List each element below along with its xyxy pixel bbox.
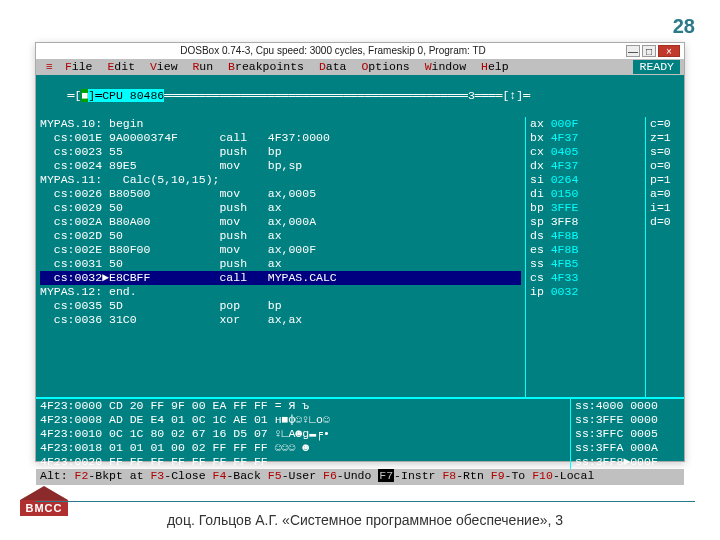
- code-line[interactable]: MYPAS.11: Calc(5,10,15);: [40, 173, 521, 187]
- flag-d[interactable]: d=0: [650, 215, 680, 229]
- window-titlebar: DOSBox 0.74-3, Cpu speed: 3000 cycles, F…: [36, 43, 684, 59]
- flag-i[interactable]: i=1: [650, 201, 680, 215]
- titlebar-text: DOSBox 0.74-3, Cpu speed: 3000 cycles, F…: [40, 44, 626, 58]
- footer-rule: [35, 501, 695, 502]
- stack-line[interactable]: ss:3FFE 0000: [575, 413, 680, 427]
- code-line[interactable]: MYPAS.12: end.: [40, 285, 521, 299]
- reg-si[interactable]: si 0264: [530, 173, 641, 187]
- stack-line[interactable]: ss:3FFA 000A: [575, 441, 680, 455]
- dump-line[interactable]: 4F23:0010 0C 1C 80 02 67 16 D5 07 ♀∟А☻g▬…: [40, 427, 570, 441]
- code-line[interactable]: MYPAS.10: begin: [40, 117, 521, 131]
- page-number: 28: [673, 15, 695, 38]
- menu-dit[interactable]: Edit: [103, 60, 146, 73]
- window-number: 3════: [468, 89, 503, 102]
- reg-dx[interactable]: dx 4F37: [530, 159, 641, 173]
- cpu-panel-header: ═[■]═CPU 80486══════════════════════════…: [36, 75, 684, 117]
- reg-cx[interactable]: cx 0405: [530, 145, 641, 159]
- code-pane[interactable]: MYPAS.10: begin cs:001E 9A0000374F call …: [36, 117, 526, 397]
- footer-text: доц. Гольцов А.Г. «Системное программное…: [35, 512, 695, 528]
- register-pane[interactable]: ax 000Fbx 4F37cx 0405dx 4F37si 0264di 01…: [526, 117, 646, 397]
- menubar: ≡ File Edit View Run Breakpoints Data Op…: [36, 59, 684, 75]
- flag-s[interactable]: s=0: [650, 145, 680, 159]
- statusbar: Alt: F2-Bkpt at F3-Close F4-Back F5-User…: [36, 469, 684, 485]
- frame-fill: ════════════════════════════════════════…: [164, 89, 468, 102]
- footer: доц. Гольцов А.Г. «Системное программное…: [35, 501, 695, 528]
- stack-view[interactable]: ss:4000 0000ss:3FFE 0000ss:3FFC 0005ss:3…: [570, 399, 680, 469]
- code-line[interactable]: cs:0036 31C0 xor ax,ax: [40, 313, 521, 327]
- menu-indow[interactable]: Window: [421, 60, 477, 73]
- stack-line[interactable]: ss:4000 0000: [575, 399, 680, 413]
- dump-line[interactable]: 4F23:0018 01 01 01 00 02 FF FF FF ☺☺☺ ☻: [40, 441, 570, 455]
- close-button[interactable]: ×: [658, 45, 680, 57]
- memory-dump[interactable]: 4F23:0000 CD 20 FF 9F 00 EA FF FF = Я ъ4…: [40, 399, 570, 469]
- reg-ds[interactable]: ds 4F8B: [530, 229, 641, 243]
- menu-iew[interactable]: View: [146, 60, 189, 73]
- dump-line[interactable]: 4F23:0008 AD DE E4 01 0C 1C AE 01 н■ф☺♀∟…: [40, 413, 570, 427]
- dump-line[interactable]: 4F23:0020 FF FF FF FF FF FF FF FF: [40, 455, 570, 469]
- code-line[interactable]: cs:0029 50 push ax: [40, 201, 521, 215]
- reg-sp[interactable]: sp 3FF8: [530, 215, 641, 229]
- reg-di[interactable]: di 0150: [530, 187, 641, 201]
- frame-right: [↕]═: [502, 89, 530, 102]
- cpu-label: ]═CPU 80486: [88, 89, 164, 102]
- dosbox-window: DOSBox 0.74-3, Cpu speed: 3000 cycles, F…: [35, 42, 685, 462]
- flag-a[interactable]: a=0: [650, 187, 680, 201]
- reg-es[interactable]: es 4F8B: [530, 243, 641, 257]
- maximize-button[interactable]: □: [642, 45, 656, 57]
- frame-left: ═[: [68, 89, 82, 102]
- stack-line[interactable]: ss:3FF8►000F: [575, 455, 680, 469]
- code-line[interactable]: cs:0032►E8CBFF call MYPAS.CALC: [40, 271, 521, 285]
- menu-un[interactable]: Run: [188, 60, 224, 73]
- reg-cs[interactable]: cs 4F33: [530, 271, 641, 285]
- menu-reakpoints[interactable]: Breakpoints: [224, 60, 315, 73]
- flag-z[interactable]: z=1: [650, 131, 680, 145]
- code-line[interactable]: cs:0023 55 push bp: [40, 145, 521, 159]
- flags-pane[interactable]: c=0z=1s=0o=0p=1a=0i=1d=0: [646, 117, 684, 397]
- menu-ata[interactable]: Data: [315, 60, 358, 73]
- status-ready: READY: [633, 60, 680, 74]
- code-line[interactable]: cs:0031 50 push ax: [40, 257, 521, 271]
- menu-ile[interactable]: File: [61, 60, 104, 73]
- dump-line[interactable]: 4F23:0000 CD 20 FF 9F 00 EA FF FF = Я ъ: [40, 399, 570, 413]
- code-line[interactable]: cs:0035 5D pop bp: [40, 299, 521, 313]
- code-line[interactable]: cs:002A B80A00 mov ax,000A: [40, 215, 521, 229]
- menu-elp[interactable]: Help: [477, 60, 513, 73]
- code-line[interactable]: cs:0026 B80500 mov ax,0005: [40, 187, 521, 201]
- flag-p[interactable]: p=1: [650, 173, 680, 187]
- minimize-button[interactable]: —: [626, 45, 640, 57]
- code-line[interactable]: cs:002E B80F00 mov ax,000F: [40, 243, 521, 257]
- dump-pane[interactable]: 4F23:0000 CD 20 FF 9F 00 EA FF FF = Я ъ4…: [36, 397, 684, 469]
- main-panels: MYPAS.10: begin cs:001E 9A0000374F call …: [36, 117, 684, 397]
- flag-c[interactable]: c=0: [650, 117, 680, 131]
- system-menu-icon[interactable]: ≡: [40, 60, 59, 74]
- code-line[interactable]: cs:002D 50 push ax: [40, 229, 521, 243]
- reg-ax[interactable]: ax 000F: [530, 117, 641, 131]
- code-line[interactable]: cs:001E 9A0000374F call 4F37:0000: [40, 131, 521, 145]
- reg-bp[interactable]: bp 3FFE: [530, 201, 641, 215]
- reg-ss[interactable]: ss 4FB5: [530, 257, 641, 271]
- stack-line[interactable]: ss:3FFC 0005: [575, 427, 680, 441]
- flag-o[interactable]: o=0: [650, 159, 680, 173]
- menu-ptions[interactable]: Options: [357, 60, 420, 73]
- logo-roof-icon: [20, 486, 68, 500]
- reg-bx[interactable]: bx 4F37: [530, 131, 641, 145]
- reg-ip[interactable]: ip 0032: [530, 285, 641, 299]
- code-line[interactable]: cs:0024 89E5 mov bp,sp: [40, 159, 521, 173]
